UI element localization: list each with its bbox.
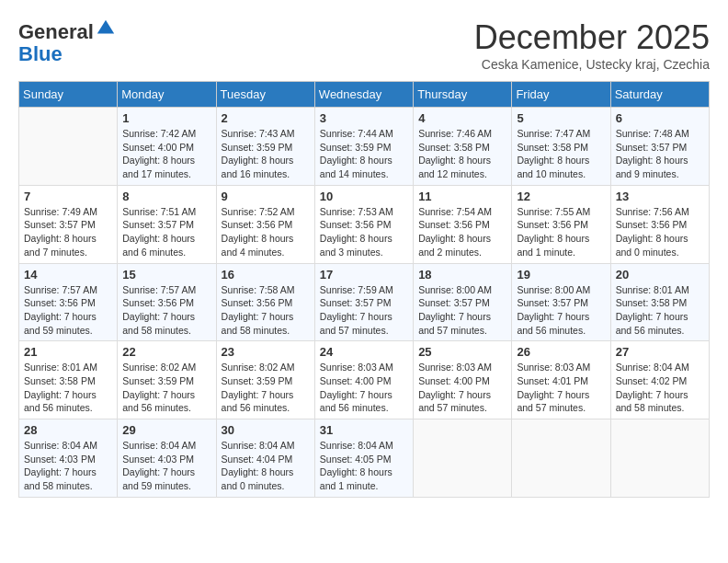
day-info: Sunrise: 8:03 AM Sunset: 4:00 PM Dayligh…: [320, 361, 408, 415]
day-number: 28: [24, 423, 112, 437]
calendar-cell: 9Sunrise: 7:52 AM Sunset: 3:56 PM Daylig…: [216, 185, 314, 263]
calendar-cell: 28Sunrise: 8:04 AM Sunset: 4:03 PM Dayli…: [19, 419, 118, 498]
day-number: 27: [616, 345, 704, 359]
day-info: Sunrise: 7:55 AM Sunset: 3:56 PM Dayligh…: [517, 205, 605, 259]
weekday-header: Friday: [512, 82, 610, 108]
logo: General Blue: [18, 18, 116, 65]
calendar-cell: 14Sunrise: 7:57 AM Sunset: 3:56 PM Dayli…: [19, 263, 118, 341]
day-info: Sunrise: 8:02 AM Sunset: 3:59 PM Dayligh…: [222, 361, 310, 415]
day-number: 29: [122, 423, 210, 437]
calendar-cell: 23Sunrise: 8:02 AM Sunset: 3:59 PM Dayli…: [216, 341, 314, 419]
day-number: 16: [222, 268, 310, 282]
calendar-cell: 11Sunrise: 7:54 AM Sunset: 3:56 PM Dayli…: [414, 185, 512, 263]
calendar-cell: [610, 419, 709, 498]
day-info: Sunrise: 7:43 AM Sunset: 3:59 PM Dayligh…: [222, 127, 310, 181]
day-number: 20: [616, 268, 704, 282]
calendar-cell: 3Sunrise: 7:44 AM Sunset: 3:59 PM Daylig…: [314, 108, 413, 186]
calendar-cell: [512, 419, 610, 498]
calendar-cell: 26Sunrise: 8:03 AM Sunset: 4:01 PM Dayli…: [512, 341, 610, 419]
calendar-cell: 4Sunrise: 7:46 AM Sunset: 3:58 PM Daylig…: [414, 108, 512, 186]
calendar-cell: 31Sunrise: 8:04 AM Sunset: 4:05 PM Dayli…: [314, 419, 413, 498]
day-number: 14: [24, 268, 112, 282]
day-number: 19: [517, 268, 605, 282]
calendar-cell: 21Sunrise: 8:01 AM Sunset: 3:58 PM Dayli…: [19, 341, 118, 419]
day-number: 23: [222, 345, 310, 359]
day-info: Sunrise: 7:47 AM Sunset: 3:58 PM Dayligh…: [517, 127, 605, 181]
svg-marker-0: [97, 20, 114, 34]
day-info: Sunrise: 8:04 AM Sunset: 4:03 PM Dayligh…: [24, 439, 112, 493]
day-number: 10: [320, 190, 408, 203]
day-number: 7: [24, 190, 112, 203]
day-info: Sunrise: 7:46 AM Sunset: 3:58 PM Dayligh…: [418, 127, 506, 181]
day-info: Sunrise: 8:04 AM Sunset: 4:04 PM Dayligh…: [222, 439, 310, 493]
calendar-cell: 2Sunrise: 7:43 AM Sunset: 3:59 PM Daylig…: [216, 108, 314, 186]
logo-general: General: [18, 20, 94, 43]
logo-icon: [96, 18, 116, 39]
calendar-cell: 16Sunrise: 7:58 AM Sunset: 3:56 PM Dayli…: [216, 263, 314, 341]
day-number: 18: [418, 268, 506, 282]
day-number: 9: [222, 190, 310, 203]
day-info: Sunrise: 7:49 AM Sunset: 3:57 PM Dayligh…: [24, 205, 112, 259]
day-info: Sunrise: 8:03 AM Sunset: 4:00 PM Dayligh…: [418, 361, 506, 415]
weekday-header: Monday: [118, 82, 216, 108]
day-info: Sunrise: 7:53 AM Sunset: 3:56 PM Dayligh…: [320, 205, 408, 259]
day-number: 13: [616, 190, 704, 203]
day-number: 6: [616, 111, 704, 125]
day-info: Sunrise: 7:54 AM Sunset: 3:56 PM Dayligh…: [418, 205, 506, 259]
day-info: Sunrise: 7:52 AM Sunset: 3:56 PM Dayligh…: [222, 205, 310, 259]
day-info: Sunrise: 8:01 AM Sunset: 3:58 PM Dayligh…: [24, 361, 112, 415]
calendar-cell: [19, 108, 118, 186]
day-number: 11: [418, 190, 506, 203]
day-number: 31: [320, 423, 408, 437]
day-info: Sunrise: 7:57 AM Sunset: 3:56 PM Dayligh…: [122, 283, 210, 338]
calendar-cell: 17Sunrise: 7:59 AM Sunset: 3:57 PM Dayli…: [314, 263, 413, 341]
location-subtitle: Ceska Kamenice, Ustecky kraj, Czechia: [474, 57, 710, 72]
day-number: 22: [122, 345, 210, 359]
day-number: 15: [122, 268, 210, 282]
day-number: 26: [517, 345, 605, 359]
calendar-cell: [414, 419, 512, 498]
day-info: Sunrise: 7:48 AM Sunset: 3:57 PM Dayligh…: [616, 127, 704, 181]
calendar-cell: 7Sunrise: 7:49 AM Sunset: 3:57 PM Daylig…: [19, 185, 118, 263]
calendar-cell: 18Sunrise: 8:00 AM Sunset: 3:57 PM Dayli…: [414, 263, 512, 341]
weekday-header: Tuesday: [216, 82, 314, 108]
day-info: Sunrise: 7:42 AM Sunset: 4:00 PM Dayligh…: [122, 127, 210, 181]
calendar-cell: 20Sunrise: 8:01 AM Sunset: 3:58 PM Dayli…: [610, 263, 709, 341]
calendar-cell: 19Sunrise: 8:00 AM Sunset: 3:57 PM Dayli…: [512, 263, 610, 341]
calendar-cell: 12Sunrise: 7:55 AM Sunset: 3:56 PM Dayli…: [512, 185, 610, 263]
logo-blue: Blue: [18, 42, 63, 65]
day-info: Sunrise: 7:44 AM Sunset: 3:59 PM Dayligh…: [320, 127, 408, 181]
calendar-cell: 30Sunrise: 8:04 AM Sunset: 4:04 PM Dayli…: [216, 419, 314, 498]
calendar-cell: 13Sunrise: 7:56 AM Sunset: 3:56 PM Dayli…: [610, 185, 709, 263]
day-info: Sunrise: 8:02 AM Sunset: 3:59 PM Dayligh…: [122, 361, 210, 415]
day-number: 4: [418, 111, 506, 125]
calendar-cell: 5Sunrise: 7:47 AM Sunset: 3:58 PM Daylig…: [512, 108, 610, 186]
day-number: 25: [418, 345, 506, 359]
day-info: Sunrise: 8:00 AM Sunset: 3:57 PM Dayligh…: [418, 283, 506, 338]
day-number: 8: [122, 190, 210, 203]
day-info: Sunrise: 8:00 AM Sunset: 3:57 PM Dayligh…: [517, 283, 605, 338]
calendar-cell: 15Sunrise: 7:57 AM Sunset: 3:56 PM Dayli…: [118, 263, 216, 341]
calendar-cell: 10Sunrise: 7:53 AM Sunset: 3:56 PM Dayli…: [314, 185, 413, 263]
day-info: Sunrise: 7:59 AM Sunset: 3:57 PM Dayligh…: [320, 283, 408, 338]
weekday-header: Sunday: [19, 82, 118, 108]
day-info: Sunrise: 8:04 AM Sunset: 4:02 PM Dayligh…: [616, 361, 704, 415]
day-info: Sunrise: 7:51 AM Sunset: 3:57 PM Dayligh…: [122, 205, 210, 259]
day-number: 5: [517, 111, 605, 125]
month-title: December 2025: [474, 18, 710, 57]
calendar-cell: 27Sunrise: 8:04 AM Sunset: 4:02 PM Dayli…: [610, 341, 709, 419]
weekday-header: Saturday: [610, 82, 709, 108]
calendar-cell: 22Sunrise: 8:02 AM Sunset: 3:59 PM Dayli…: [118, 341, 216, 419]
calendar-cell: 6Sunrise: 7:48 AM Sunset: 3:57 PM Daylig…: [610, 108, 709, 186]
calendar-cell: 1Sunrise: 7:42 AM Sunset: 4:00 PM Daylig…: [118, 108, 216, 186]
day-number: 1: [122, 111, 210, 125]
calendar-cell: 8Sunrise: 7:51 AM Sunset: 3:57 PM Daylig…: [118, 185, 216, 263]
day-number: 21: [24, 345, 112, 359]
day-number: 12: [517, 190, 605, 203]
day-number: 24: [320, 345, 408, 359]
day-info: Sunrise: 8:03 AM Sunset: 4:01 PM Dayligh…: [517, 361, 605, 415]
calendar-table: SundayMondayTuesdayWednesdayThursdayFrid…: [18, 81, 710, 498]
day-number: 30: [222, 423, 310, 437]
day-info: Sunrise: 7:58 AM Sunset: 3:56 PM Dayligh…: [222, 283, 310, 338]
day-number: 2: [222, 111, 310, 125]
